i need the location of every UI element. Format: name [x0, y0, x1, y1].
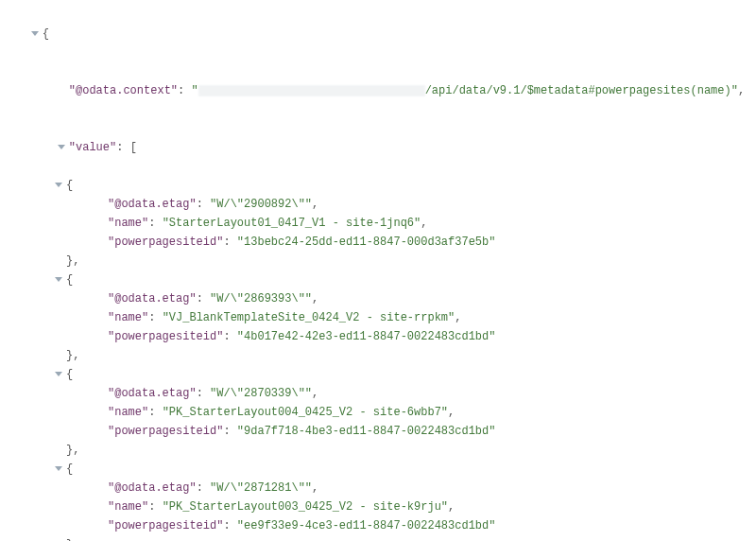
json-array-item-close: }, [4, 346, 748, 365]
json-root-open[interactable]: { [4, 6, 748, 62]
json-property-siteid: "powerpagesiteid": "13bebc24-25dd-ed11-8… [4, 233, 748, 252]
json-viewer: { "@odata.context": "/api/data/v9.1/$met… [0, 0, 756, 541]
json-array-item-open[interactable]: { [4, 176, 748, 195]
json-key: "@odata.context" [69, 84, 178, 97]
collapse-icon[interactable] [55, 466, 62, 471]
json-array-item-open[interactable]: { [4, 365, 748, 384]
json-property-odata-context: "@odata.context": "/api/data/v9.1/$metad… [4, 62, 748, 119]
json-string: "W/\"2871281\"" [210, 481, 312, 495]
json-string: "PK_StarterLayout003_0425_V2 - site-k9rj… [163, 500, 448, 514]
collapse-icon[interactable] [55, 183, 62, 187]
json-property-etag: "@odata.etag": "W/\"2900892\"", [4, 195, 748, 214]
json-property-name: "name": "PK_StarterLayout003_0425_V2 - s… [4, 497, 748, 516]
json-key: "@odata.etag" [108, 481, 197, 495]
json-key: "powerpagesiteid" [108, 330, 223, 343]
json-property-etag: "@odata.etag": "W/\"2871281\"", [4, 479, 748, 497]
json-string: "W/\"2900892\"" [210, 198, 312, 211]
json-string: "W/\"2870339\"" [210, 387, 312, 400]
json-property-name: "name": "VJ_BlankTemplateSite_0424_V2 - … [4, 308, 748, 327]
json-property-siteid: "powerpagesiteid": "ee9f33e9-4ce3-ed11-8… [4, 516, 748, 535]
json-property-name: "name": "PK_StarterLayout004_0425_V2 - s… [4, 403, 748, 422]
json-property-name: "name": "StarterLayout01_0417_V1 - site-… [4, 214, 748, 233]
json-property-siteid: "powerpagesiteid": "4b017e42-42e3-ed11-8… [4, 327, 748, 346]
json-key: "@odata.etag" [108, 387, 197, 400]
json-key: "powerpagesiteid" [108, 236, 223, 249]
json-string: "StarterLayout01_0417_V1 - site-1jnq6" [163, 217, 421, 230]
json-key: "name" [108, 311, 148, 324]
json-array-item-open[interactable]: { [4, 460, 748, 479]
json-string: "13bebc24-25dd-ed11-8847-000d3af37e5b" [237, 236, 496, 249]
json-array-item-close: }, [4, 252, 748, 270]
json-property-etag: "@odata.etag": "W/\"2870339\"", [4, 384, 748, 403]
json-property-etag: "@odata.etag": "W/\"2869393\"", [4, 289, 748, 308]
json-key: "@odata.etag" [108, 292, 197, 305]
json-key: "name" [108, 500, 148, 514]
json-string: "ee9f33e9-4ce3-ed11-8847-0022483cd1bd" [237, 519, 496, 532]
collapse-icon[interactable] [31, 31, 39, 36]
json-property-value[interactable]: "value": [ [4, 119, 748, 176]
collapse-icon[interactable] [58, 145, 65, 149]
json-array-item-close: }, [4, 441, 748, 460]
json-property-siteid: "powerpagesiteid": "9da7f718-4be3-ed11-8… [4, 422, 748, 441]
json-string: "9da7f718-4be3-ed11-8847-0022483cd1bd" [237, 425, 496, 438]
collapse-icon[interactable] [55, 372, 62, 376]
json-string: "PK_StarterLayout004_0425_V2 - site-6wbb… [163, 406, 448, 419]
json-key: "name" [108, 406, 148, 419]
json-string: "W/\"2869393\"" [210, 292, 312, 305]
json-key: "powerpagesiteid" [108, 425, 223, 438]
json-string: "4b017e42-42e3-ed11-8847-0022483cd1bd" [237, 330, 496, 343]
json-key: "@odata.etag" [108, 198, 197, 211]
json-array-item-open[interactable]: { [4, 270, 748, 289]
json-array-item-close: }, [4, 535, 748, 541]
json-string: /api/data/v9.1/$metadata#powerpagesites(… [425, 84, 738, 97]
json-key: "powerpagesiteid" [108, 519, 223, 532]
json-key: "value" [69, 141, 116, 154]
collapse-icon[interactable] [55, 277, 62, 282]
redacted-url [198, 86, 425, 96]
json-key: "name" [108, 217, 148, 230]
json-string: "VJ_BlankTemplateSite_0424_V2 - site-rrp… [163, 311, 455, 324]
